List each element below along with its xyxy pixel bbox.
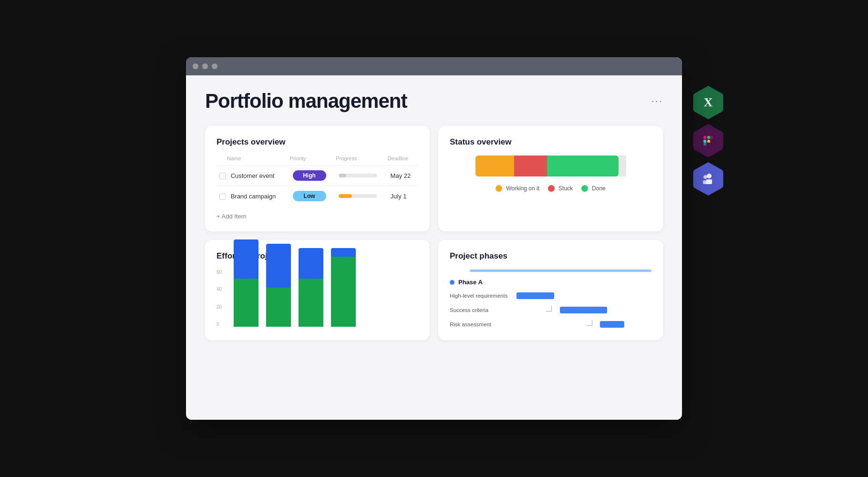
svg-rect-2 (707, 136, 710, 139)
progress-fill (339, 174, 346, 177)
legend-working-label: Working on it (506, 185, 539, 192)
row-deadline-cell: May 22 (388, 166, 418, 186)
gantt-connector (587, 320, 592, 326)
gantt-bar (517, 292, 554, 299)
col-priority: Priority (290, 156, 336, 166)
dot-done (581, 185, 588, 192)
svg-rect-1 (703, 140, 706, 143)
status-overview-title: Status overview (450, 137, 651, 147)
gantt-row-label: Risk assessment (450, 321, 512, 327)
svg-rect-3 (707, 140, 710, 143)
bar-blue-segment (331, 248, 356, 257)
bar-blue-segment (299, 248, 323, 279)
status-seg-done (547, 156, 619, 176)
svg-point-6 (707, 174, 712, 178)
bar-stack (331, 248, 356, 327)
page-header: Portfolio management ··· (205, 90, 663, 113)
main-content: Portfolio management ··· Projects overvi… (186, 75, 682, 420)
status-seg-working (475, 156, 515, 176)
bar-stack (299, 248, 323, 327)
col-deadline: Deadline (388, 156, 418, 166)
status-bar (475, 156, 619, 176)
progress-bar (339, 174, 377, 177)
bar-group (234, 239, 258, 327)
bar-blue-segment (234, 239, 258, 279)
table-row[interactable]: Customer event High May 22 (217, 166, 418, 186)
title-bar (186, 57, 682, 75)
projects-table: Name Priority Progress Deadline Customer… (217, 156, 418, 206)
bar-stack (234, 239, 258, 327)
legend-stuck: Stuck (548, 185, 573, 192)
legend-done-label: Done (592, 185, 606, 192)
priority-badge[interactable]: Low (293, 191, 326, 201)
projects-overview-card: Projects overview Name Priority Progress… (205, 126, 430, 231)
bar-stack (266, 244, 291, 327)
legend-stuck-label: Stuck (558, 185, 573, 192)
svg-rect-5 (703, 143, 706, 145)
col-name: Name (217, 156, 290, 166)
legend-done: Done (581, 185, 606, 192)
gantt-rows: High-level requirements Success criteria… (450, 291, 651, 329)
gantt-bar (560, 307, 607, 313)
dashboard-grid: Projects overview Name Priority Progress… (205, 126, 663, 340)
gantt-row: Success criteria (450, 306, 651, 314)
row-progress-cell (336, 166, 387, 186)
status-bar-container (450, 156, 651, 176)
gantt-top-bar (470, 270, 651, 272)
add-item-button[interactable]: + Add Item (217, 213, 418, 220)
row-priority-cell: High (290, 166, 336, 186)
projects-overview-title: Projects overview (217, 137, 418, 147)
chart-container: 60 40 20 0 (217, 270, 418, 327)
row-deadline-cell: July 1 (388, 186, 418, 207)
excel-icon[interactable]: X (692, 86, 725, 119)
priority-badge[interactable]: High (293, 170, 326, 181)
gantt-row: High-level requirements (450, 291, 651, 300)
slack-icon[interactable] (692, 124, 725, 157)
bar-green-segment (299, 279, 323, 327)
status-legend: Working on it Stuck Done (450, 185, 651, 192)
traffic-light-2 (202, 63, 208, 69)
app-window: Portfolio management ··· Projects overvi… (186, 57, 682, 420)
svg-rect-8 (706, 179, 712, 184)
bar-group (266, 244, 291, 327)
gantt-connector (546, 306, 552, 311)
row-priority-cell: Low (290, 186, 336, 207)
gantt-row-label: Success criteria (450, 307, 512, 313)
bar-green-segment (266, 288, 291, 327)
row-checkbox[interactable] (219, 193, 226, 200)
row-name-cell: Customer event (217, 166, 290, 186)
progress-bar (339, 194, 377, 198)
gantt-phase-label: Phase A (450, 279, 651, 286)
gantt-bar (600, 321, 624, 328)
dot-working (496, 185, 502, 192)
traffic-light-1 (193, 63, 198, 69)
gantt-row: Risk assessment (450, 320, 651, 329)
bar-green-segment (331, 257, 356, 327)
legend-working: Working on it (496, 185, 539, 192)
phase-a-label: Phase A (458, 279, 483, 286)
progress-fill (339, 194, 352, 198)
page-title: Portfolio management (205, 90, 407, 113)
table-row[interactable]: Brand campaign Low July 1 (217, 186, 418, 207)
more-menu-button[interactable]: ··· (651, 95, 663, 107)
row-checkbox[interactable] (219, 173, 226, 179)
svg-point-7 (703, 175, 707, 179)
phase-dot (450, 280, 455, 285)
traffic-light-3 (212, 63, 217, 69)
bar-group (299, 248, 323, 327)
effort-by-project-card: Effort by project 60 40 20 0 (205, 240, 430, 340)
project-phases-title: Project phases (450, 251, 651, 261)
teams-icon[interactable] (692, 162, 725, 196)
chart-bars (217, 270, 418, 327)
project-phases-card: Project phases Phase A High-level requir… (438, 240, 663, 340)
gantt-track (517, 306, 651, 314)
bar-blue-segment (266, 244, 291, 288)
dot-stuck (548, 185, 555, 192)
svg-rect-4 (710, 136, 713, 139)
status-overview-card: Status overview Working on it (438, 126, 663, 231)
gantt-row-label: High-level requirements (450, 293, 512, 299)
status-bar-tail (619, 156, 626, 176)
bar-green-segment (234, 279, 258, 327)
status-seg-stuck (514, 156, 547, 176)
integrations-panel: X (692, 86, 725, 196)
